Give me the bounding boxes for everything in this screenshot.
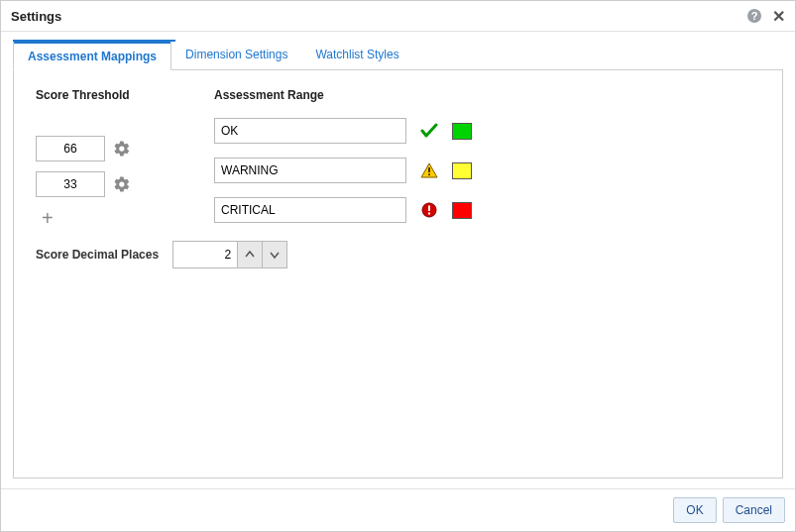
range-row-ok [214, 118, 760, 144]
threshold-row [36, 171, 174, 197]
svg-text:?: ? [751, 10, 758, 22]
svg-rect-5 [428, 206, 430, 212]
range-label-input[interactable] [214, 118, 406, 144]
titlebar: Settings ? ✕ [1, 1, 795, 32]
tab-bar: Assessment Mappings Dimension Settings W… [13, 42, 783, 70]
warning-icon [420, 162, 438, 178]
decimal-places-label: Score Decimal Places [36, 248, 159, 262]
tab-assessment-mappings[interactable]: Assessment Mappings [13, 42, 171, 70]
tab-content: Score Threshold + [13, 70, 783, 479]
color-swatch[interactable] [452, 162, 472, 179]
score-threshold-heading: Score Threshold [36, 88, 174, 102]
decimal-places-input[interactable] [172, 241, 238, 268]
threshold-input-1[interactable] [36, 136, 105, 161]
spinner-up-icon[interactable] [238, 241, 263, 268]
tab-label: Dimension Settings [185, 48, 287, 61]
cancel-button[interactable]: Cancel [723, 497, 785, 523]
dialog-title: Settings [11, 9, 61, 24]
tab-label: Watchlist Styles [315, 48, 398, 61]
svg-rect-3 [428, 173, 430, 175]
threshold-input-2[interactable] [36, 171, 105, 197]
svg-rect-2 [428, 167, 430, 172]
range-row-warning [214, 158, 760, 183]
decimal-places-row: Score Decimal Places [36, 241, 760, 268]
range-row-critical [214, 197, 760, 223]
threshold-row [36, 136, 174, 161]
gear-icon[interactable] [113, 175, 131, 193]
spinner-down-icon[interactable] [263, 241, 287, 268]
assessment-range-heading: Assessment Range [214, 88, 760, 102]
ok-button[interactable]: OK [673, 497, 716, 523]
close-icon[interactable]: ✕ [772, 7, 785, 26]
help-icon[interactable]: ? [746, 8, 762, 24]
range-label-input[interactable] [214, 158, 406, 183]
tab-watchlist-styles[interactable]: Watchlist Styles [301, 42, 412, 69]
tab-dimension-settings[interactable]: Dimension Settings [171, 42, 301, 69]
tab-label: Assessment Mappings [28, 50, 157, 63]
checkmark-icon [420, 123, 438, 139]
decimal-places-spinner [172, 241, 287, 268]
dialog-footer: OK Cancel [1, 488, 795, 531]
svg-rect-6 [428, 213, 430, 215]
range-label-input[interactable] [214, 197, 406, 223]
color-swatch[interactable] [452, 123, 472, 140]
critical-icon [420, 202, 438, 218]
settings-dialog: Settings ? ✕ Assessment Mappings Dimensi… [0, 0, 796, 532]
gear-icon[interactable] [113, 140, 131, 158]
color-swatch[interactable] [452, 202, 472, 219]
add-threshold-icon[interactable]: + [36, 207, 174, 230]
